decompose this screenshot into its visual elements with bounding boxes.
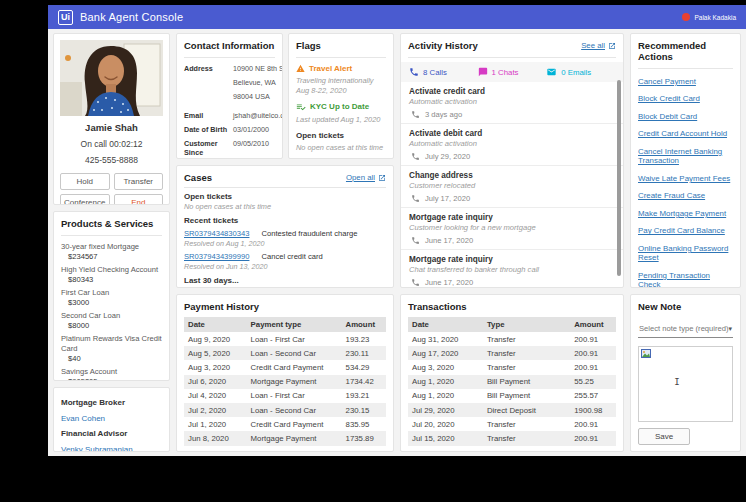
chats-summary[interactable]: 1 Chats (478, 67, 547, 77)
activity-history-card: Activity History See all (400, 33, 624, 288)
activity-item: Change address Customer relocated July 1… (401, 166, 623, 208)
new-note-title: New Note (638, 301, 733, 312)
advisors-card: Mortgage Broker Evan Cohen Financial Adv… (53, 387, 170, 452)
mortgage-broker-link[interactable]: Evan Cohen (61, 414, 105, 423)
address-line: Bellevue, WA (233, 78, 283, 87)
transfer-button[interactable]: Transfer (114, 173, 164, 190)
activity-item-detail: Customer relocated (409, 181, 613, 190)
activity-item-date: June 17, 2020 (409, 236, 613, 245)
caller-name: Jamie Shah (60, 122, 163, 133)
screen-background: Ui Bank Agent Console Palak Kadakia (0, 0, 746, 502)
action-pay-credit-card-balance[interactable]: Pay Credit Card Balance (638, 226, 733, 235)
product-name: 30-year fixed Mortgage (61, 242, 162, 251)
product-item: Savings Account $905205 (61, 367, 162, 381)
text-cursor-icon: I (674, 377, 679, 387)
phone-icon (411, 194, 420, 203)
phone-icon (411, 236, 420, 245)
note-type-select[interactable]: Select note type (required) ▾ (638, 320, 733, 338)
cases-card: Cases Open all Open tickets No open case… (176, 165, 394, 288)
see-all-link[interactable]: See all (581, 41, 616, 50)
travel-alert-detail: Traveling internationally Aug 8-22, 2020 (296, 76, 386, 96)
flags-card: Flags Travel Alert Traveling internation… (288, 33, 394, 159)
payment-history-title: Payment History (184, 301, 386, 312)
activity-summary-bar: 8 Calls 1 Chats 0 Emails (401, 62, 623, 82)
action-block-debit-card[interactable]: Block Debit Card (638, 112, 733, 121)
address-label: Address (184, 64, 231, 106)
kyc-detail: Last updated Aug 1, 2020 (296, 115, 386, 125)
image-placeholder-icon (641, 349, 651, 358)
ticket-description: Cancel credit card (262, 252, 323, 261)
action-cancel-payment[interactable]: Cancel Payment (638, 77, 733, 86)
caller-phone-number: 425-555-8888 (60, 155, 163, 165)
call-timer: On call 00:02:12 (60, 139, 163, 149)
product-value: $40 (68, 354, 162, 363)
activity-item: Activate credit card Automatic activatio… (401, 82, 623, 124)
uipath-logo-icon: Ui (58, 10, 73, 25)
kyc-flag: KYC Up to Date (296, 102, 386, 112)
table-row: Aug 1, 2020Bill Payment55.25 (408, 375, 616, 389)
activity-item: Activate debit card Automatic activation… (401, 124, 623, 166)
email-label: Email (184, 111, 231, 120)
action-create-fraud-case[interactable]: Create Fraud Case (638, 191, 733, 200)
action-waive-late-payment-fees[interactable]: Waive Late Payment Fees (638, 174, 733, 183)
table-row: Aug 31, 2020Transfer200.91 (408, 332, 616, 346)
conference-button[interactable]: Conference (60, 194, 110, 205)
phone-icon (411, 152, 420, 161)
activity-list: Activate credit card Automatic activatio… (401, 82, 623, 287)
phone-icon (409, 67, 419, 77)
open-all-link[interactable]: Open all (346, 173, 386, 182)
table-row: Jul 4, 2020Loan - First Car193.21 (184, 389, 386, 403)
contact-fields: Address 10900 NE 8th St Bellevue, WA 980… (184, 64, 275, 157)
activity-item-date: 3 days ago (409, 110, 613, 119)
contact-flags-row: Contact Information Address 10900 NE 8th… (176, 33, 394, 159)
bank-agent-console-window: Ui Bank Agent Console Palak Kadakia (48, 5, 746, 456)
financial-advisor-link[interactable]: Venky Subramanian (61, 445, 133, 452)
action-make-mortgage-payment[interactable]: Make Mortgage Payment (638, 209, 733, 218)
calls-summary[interactable]: 8 Calls (409, 67, 478, 77)
action-pending-transaction-check[interactable]: Pending Transaction Check (638, 271, 733, 288)
caller-photo (60, 40, 163, 116)
divider (296, 57, 386, 58)
address-value: 10900 NE 8th St Bellevue, WA 98004 USA (233, 64, 283, 106)
save-note-button[interactable]: Save (638, 428, 690, 445)
activity-item-detail: Automatic activation (409, 139, 613, 148)
activity-item-title: Change address (409, 171, 613, 180)
payment-history-card: Payment History Date Payment type Amount… (176, 294, 394, 452)
activity-scrollbar[interactable] (617, 80, 621, 276)
user-menu[interactable]: Palak Kadakia (682, 13, 736, 21)
travel-alert-flag: Travel Alert (296, 64, 386, 73)
col-amount: Amount (570, 317, 616, 332)
table-row: Jul 1, 2020Credit Card Payment835.95 (184, 417, 386, 431)
activity-item-date: June 17, 2020 (409, 278, 613, 287)
ticket-id-link[interactable]: SR0379434399990 (184, 252, 249, 261)
action-block-credit-card[interactable]: Block Credit Card (638, 94, 733, 103)
checklist-check-icon (296, 102, 306, 112)
table-row: Jul 20, 2020Transfer200.91 (408, 417, 616, 431)
product-value: $8000 (68, 321, 162, 330)
ticket-id-link[interactable]: SR0379434830343 (184, 229, 249, 238)
external-link-icon (378, 174, 386, 182)
action-credit-card-account-hold[interactable]: Credit Card Account Hold (638, 129, 733, 138)
action-cancel-internet-banking-transaction[interactable]: Cancel Internet Banking Transaction (638, 147, 733, 166)
activity-item: Mortgage rate inquiry Customer looking f… (401, 208, 623, 250)
email-envelope-icon (546, 67, 557, 77)
col-payment-type: Payment type (247, 317, 342, 332)
divider (184, 57, 275, 58)
table-row: Jul 15, 2020Transfer200.91 (408, 431, 616, 445)
emails-count: 0 Emails (561, 68, 591, 77)
recommended-actions-title: Recommended Actions (638, 40, 733, 62)
table-row: Aug 3, 2020Credit Card Payment534.29 (184, 360, 386, 374)
product-value: $80343 (68, 275, 162, 284)
cases-open-tickets-label: Open tickets (184, 192, 386, 201)
ticket-resolved-date: Resolved on Aug 1, 2020 (184, 239, 386, 248)
note-textarea[interactable]: I (638, 346, 733, 422)
col-date: Date (184, 317, 247, 332)
emails-summary[interactable]: 0 Emails (546, 67, 615, 77)
action-online-banking-password-reset[interactable]: Online Banking Password Reset (638, 244, 733, 263)
activity-item-detail: Chat transferred to banker through call (409, 265, 613, 274)
address-line: 98004 USA (233, 92, 283, 101)
address-line: 10900 NE 8th St (233, 64, 283, 73)
end-call-button[interactable]: End (114, 194, 164, 205)
hold-button[interactable]: Hold (60, 173, 110, 190)
table-row: Aug 9, 2020Loan - First Car193.23 (184, 332, 386, 346)
